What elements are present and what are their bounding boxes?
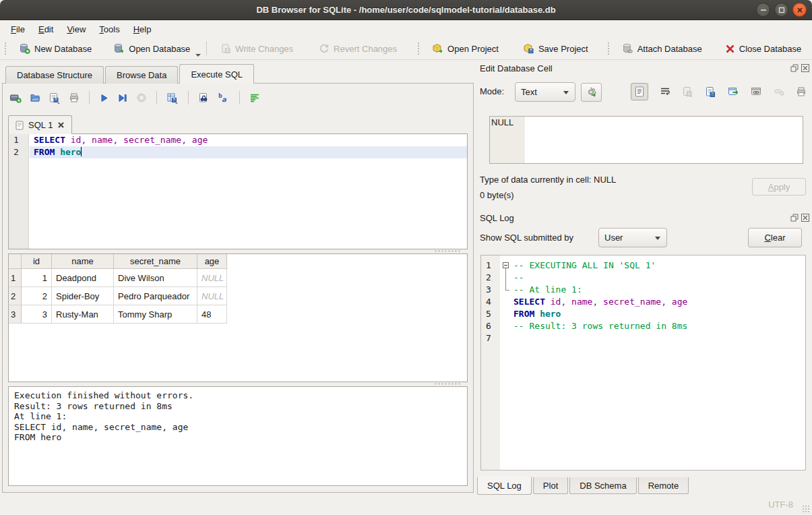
find-button[interactable]: [198, 92, 210, 103]
open-database-button[interactable]: Open Database: [105, 39, 198, 58]
column-header-age[interactable]: age: [197, 254, 227, 269]
save-results-button[interactable]: [166, 92, 179, 104]
export-data-button[interactable]: [705, 86, 716, 98]
editor-line-2-current[interactable]: FROM hero: [30, 146, 467, 158]
open-sql-file-button[interactable]: [30, 92, 40, 103]
execute-all-icon: [99, 93, 109, 103]
close-icon[interactable]: [792, 3, 807, 17]
sql-toolbar: b a: [9, 88, 260, 108]
cell-name[interactable]: Deadpond: [52, 269, 114, 287]
copy-url-button[interactable]: [751, 86, 762, 97]
cell-age[interactable]: NULL: [197, 287, 227, 305]
open-project-button[interactable]: Open Project: [424, 39, 507, 58]
menu-edit[interactable]: Edit: [32, 20, 60, 38]
svg-text:a: a: [222, 96, 227, 103]
cell-secret-name[interactable]: Tommy Sharp: [114, 305, 197, 324]
chevron-down-icon: [655, 237, 660, 240]
toggle-case-button[interactable]: b a: [218, 92, 230, 103]
tab-plot[interactable]: Plot: [533, 477, 568, 494]
cell-value-editor[interactable]: NULL: [489, 116, 803, 164]
close-database-button[interactable]: Close Database: [717, 39, 810, 58]
sql-tab-1[interactable]: SQL 1: [8, 115, 72, 134]
editor-line-numbers: 1 2: [9, 134, 29, 249]
text-mode-button[interactable]: [631, 83, 648, 100]
encoding-indicator[interactable]: UTF-8: [768, 499, 793, 510]
save-project-button[interactable]: Save Project: [515, 39, 596, 58]
table-row[interactable]: 3 3 Rusty-Man Tommy Sharp 48: [9, 305, 467, 324]
toolbar-drag-handle[interactable]: [417, 42, 420, 55]
minimize-icon[interactable]: [756, 3, 770, 17]
maximize-icon[interactable]: [774, 3, 788, 17]
toolbar-drag-handle[interactable]: [4, 42, 7, 55]
table-row[interactable]: 2 2 Spider-Boy Pedro Parqueador NULL: [9, 287, 467, 305]
resize-grip[interactable]: [802, 505, 810, 513]
cell-age[interactable]: 48: [197, 305, 227, 324]
results-header-row: id name secret_name age: [9, 254, 467, 269]
tab-execute-sql[interactable]: Execute SQL: [179, 64, 254, 84]
print-sql-button[interactable]: [69, 92, 80, 103]
save-file-icon: [49, 92, 61, 104]
results-table[interactable]: id name secret_name age 1 1 Deadpond Div…: [8, 253, 468, 382]
close-tab-icon[interactable]: [57, 121, 65, 129]
cell-secret-name[interactable]: Dive Wilson: [114, 269, 197, 287]
save-sql-file-button[interactable]: [49, 92, 61, 104]
edit-cell-dock-header: Edit Database Cell: [476, 62, 812, 75]
attach-database-button[interactable]: Attach Database: [614, 39, 710, 58]
cell-id[interactable]: 2: [22, 287, 52, 305]
tab-sql-log[interactable]: SQL Log: [477, 477, 532, 495]
format-sql-icon: [249, 93, 260, 102]
float-panel-icon[interactable]: [790, 64, 799, 72]
menu-tools[interactable]: Tools: [92, 20, 126, 38]
execute-all-button[interactable]: [99, 93, 109, 103]
column-header-secret-name[interactable]: secret_name: [114, 254, 197, 269]
print-cell-button[interactable]: [796, 86, 807, 97]
tab-database-structure[interactable]: Database Structure: [5, 66, 104, 84]
database-open-icon: [113, 43, 125, 54]
find-icon: [198, 92, 210, 103]
clear-log-button[interactable]: Clear: [748, 228, 802, 247]
column-header-id[interactable]: id: [22, 254, 52, 269]
tab-browse-data[interactable]: Browse Data: [105, 66, 178, 84]
menu-help[interactable]: Help: [127, 20, 158, 38]
stop-button: [136, 92, 147, 103]
submitted-by-select[interactable]: User: [598, 228, 667, 247]
sql-tab-label: SQL 1: [28, 120, 53, 130]
cell-name[interactable]: Rusty-Man: [52, 305, 114, 324]
new-sql-tab-button[interactable]: [9, 92, 22, 103]
right-dock-area: Edit Database Cell Mode: Text: [476, 62, 812, 500]
mode-select[interactable]: Text: [515, 82, 575, 102]
cell-name[interactable]: Spider-Boy: [52, 287, 114, 305]
close-panel-icon[interactable]: [801, 214, 809, 222]
splitter-handle[interactable]: [434, 250, 461, 252]
format-sql-button[interactable]: [249, 93, 260, 102]
editor-line-1[interactable]: SELECT id, name, secret_name, age: [30, 134, 467, 146]
toolbar-drag-handle[interactable]: [607, 42, 611, 55]
log-line: --: [512, 272, 805, 284]
sql-log-view[interactable]: 1 2 3 4 5 6 7 -- EXECUTING ALL IN 'SQL 1…: [480, 255, 806, 471]
cell-secret-name[interactable]: Pedro Parqueador: [114, 287, 197, 305]
menu-view[interactable]: View: [60, 20, 92, 38]
fold-margin[interactable]: [500, 255, 512, 470]
menu-file[interactable]: File: [4, 20, 32, 38]
fold-marker-icon[interactable]: [503, 262, 509, 268]
new-database-button[interactable]: New Database: [11, 39, 100, 58]
open-in-external-button[interactable]: [728, 86, 739, 97]
splitter-handle[interactable]: [434, 383, 461, 385]
tab-remote[interactable]: Remote: [638, 477, 689, 494]
write-changes-button: Write Changes: [212, 39, 301, 58]
cell-id[interactable]: 1: [22, 269, 52, 287]
word-wrap-button[interactable]: [660, 87, 670, 96]
execute-line-button[interactable]: [117, 93, 128, 103]
save-results-icon: [166, 92, 179, 104]
open-database-dropdown-icon[interactable]: [195, 54, 201, 57]
column-header-name[interactable]: name: [52, 254, 114, 269]
auto-switch-mode-button[interactable]: [581, 83, 602, 102]
table-row[interactable]: 1 1 Deadpond Dive Wilson NULL: [9, 269, 467, 287]
cell-id[interactable]: 3: [22, 305, 52, 324]
float-panel-icon[interactable]: [790, 214, 799, 222]
tab-db-schema[interactable]: DB Schema: [569, 477, 636, 494]
close-panel-icon[interactable]: [801, 64, 809, 72]
cell-age[interactable]: NULL: [197, 269, 227, 287]
title-bar[interactable]: DB Browser for SQLite - /home/user/code/…: [0, 0, 812, 20]
sql-editor[interactable]: 1 2 SELECT id, name, secret_name, age FR…: [8, 133, 468, 249]
